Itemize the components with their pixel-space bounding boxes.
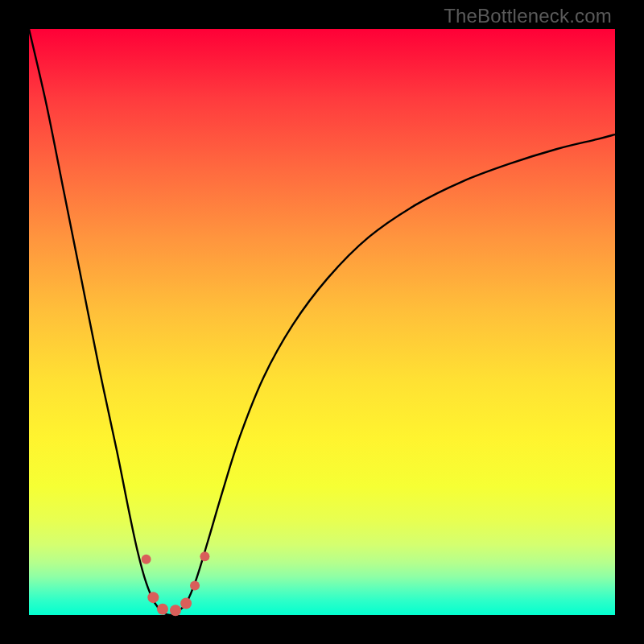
bottleneck-curve: [29, 29, 615, 615]
dip-marker: [190, 581, 200, 591]
chart-frame: TheBottleneck.com: [0, 0, 644, 644]
dip-marker: [180, 597, 192, 609]
watermark-text: TheBottleneck.com: [444, 5, 612, 27]
dip-marker: [142, 555, 151, 564]
plot-area: [29, 29, 615, 615]
dip-marker: [200, 551, 209, 561]
dip-markers: [142, 551, 210, 616]
chart-svg: [29, 29, 615, 615]
dip-marker: [147, 592, 159, 603]
dip-marker: [170, 605, 181, 616]
dip-marker: [157, 604, 168, 615]
